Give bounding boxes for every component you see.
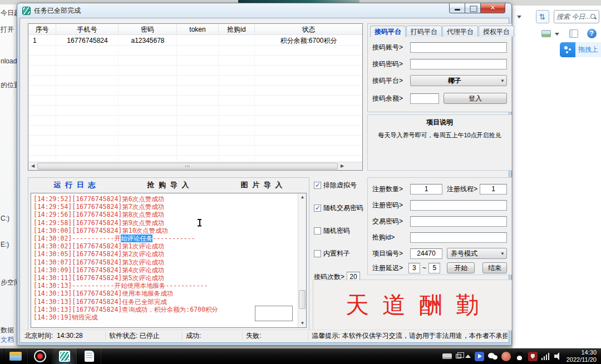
taskbar-recorder-button[interactable] [28, 348, 52, 364]
layout-panel-icon[interactable] [569, 29, 578, 38]
register-form: 注册数量> 1 注册线程> 1 注册密码> 交易密码> 抢购id> [367, 177, 512, 275]
tab-run-log[interactable]: 运 行 日 志 [28, 180, 122, 190]
col-status[interactable]: 状态 [255, 24, 362, 34]
chevron-down-icon: ▼ [499, 251, 506, 256]
chevron-down-icon[interactable] [555, 33, 559, 36]
wechat-icon[interactable] [488, 352, 497, 361]
mode-select[interactable]: 养号模式 ▼ [447, 248, 507, 259]
table-row[interactable]: 1 16776745824 a12345678 积分余额:6700积分 [28, 36, 362, 46]
taskbar-clock[interactable]: 14:30 2022/11/20 [566, 349, 597, 363]
tab-captcha-platform[interactable]: 打码平台 [406, 26, 442, 37]
project-no-input[interactable]: 24470 [410, 248, 442, 259]
checkbox[interactable] [314, 227, 321, 235]
scroll-left-icon[interactable]: ◀ [28, 162, 37, 170]
tab-image-import[interactable]: 图 片 导 入 [215, 180, 309, 190]
checkbox-row[interactable]: 随机密码 [314, 226, 366, 236]
minimize-button[interactable] [449, 3, 465, 13]
titlebar[interactable]: 任务已全部完成 [17, 3, 511, 18]
col-phone[interactable]: 手机号 [56, 24, 119, 34]
code-password-input[interactable] [410, 59, 507, 69]
delay-to-input[interactable]: 5 [428, 263, 440, 273]
app-icon [59, 351, 70, 362]
video-app-icon[interactable] [475, 352, 484, 361]
bg-open-button[interactable]: 打开 [1, 25, 14, 34]
col-password[interactable]: 密码 [119, 24, 177, 34]
scroll-up-icon[interactable]: ▲ [298, 193, 307, 201]
start-button[interactable]: 开始 [447, 262, 475, 273]
signal-icon[interactable] [541, 353, 550, 360]
bg-drive-c-label[interactable]: C:) [1, 215, 9, 222]
taskbar: 14:30 2022/11/20 [0, 348, 601, 364]
chevron-down-icon[interactable] [517, 16, 521, 18]
log-line: [14:30:02][16776745824]第1次评论成功 [33, 242, 305, 250]
thread-label: 注册线程> [447, 185, 477, 194]
close-button[interactable] [480, 3, 505, 13]
checkbox[interactable] [314, 250, 321, 257]
keyboard-icon[interactable] [442, 353, 452, 359]
tab-code-platform[interactable]: 接码平台 [370, 26, 406, 37]
trade-password-input[interactable] [410, 216, 507, 227]
col-purchase-id[interactable]: 抢购id [219, 24, 255, 34]
checkbox-row[interactable]: 随机交易密码 [314, 203, 366, 213]
bg-label: 今日起 [1, 8, 17, 18]
code-platform-select[interactable]: 椰子 ▼ [410, 75, 507, 86]
scroll-right-icon[interactable]: ▶ [338, 162, 347, 170]
code-balance-input[interactable] [410, 93, 439, 104]
col-token[interactable]: token [177, 24, 219, 34]
notepad-icon [85, 351, 94, 362]
table-hscrollbar[interactable]: ◀ ▶ [28, 162, 362, 170]
taskbar-explorer-button[interactable] [3, 348, 28, 364]
col-index[interactable]: 序号 [28, 24, 56, 34]
thread-input[interactable]: 1 [480, 184, 507, 195]
bg-label: 步空间 [1, 278, 17, 287]
desktop: 今日起 打开 nloads 的位置 C:) E:) 步空间 数据 文档 ⇄ 搜索… [0, 0, 601, 364]
code-password-label: 接码密码> [372, 59, 410, 69]
tab-auth-platform[interactable]: 授权平台 [479, 26, 514, 37]
quantity-input[interactable]: 1 [410, 184, 442, 195]
cell-password: a12345678 [119, 36, 177, 46]
help-icon[interactable]: ? [587, 29, 597, 38]
bg-label: 文档 [1, 335, 14, 345]
volume-icon[interactable] [554, 352, 563, 360]
status-bar: 北京时间: 14:30:28 软件状态: 已停止 成功: 失败: 温馨提示: 本… [21, 330, 508, 341]
search-input[interactable]: 搜索 今日... [554, 10, 599, 23]
netdisk-upload-button[interactable]: 拖拽上 [560, 42, 601, 57]
log-line: [14:30:09][16776745824]第4次评论成功 [33, 266, 305, 274]
checkbox-row[interactable]: 排除虚拟号 [314, 181, 366, 190]
delay-from-input[interactable]: 3 [408, 263, 420, 273]
cell-purchase-id [219, 36, 255, 46]
system-tray: 14:30 2022/11/20 [439, 348, 601, 364]
hscroll-thumb[interactable] [37, 163, 338, 169]
taskbar-app-button[interactable] [52, 348, 77, 364]
purchase-id-input[interactable] [410, 232, 507, 243]
bg-drive-e-label[interactable]: E:) [1, 241, 9, 248]
project-info-box: 项目说明 每天导入养号即可，每周五上午10点开启抢兑 [367, 114, 512, 171]
image-icon[interactable] [541, 30, 551, 37]
scroll-down-icon[interactable]: ▼ [298, 320, 307, 327]
bg-downloads-label[interactable]: nloads [1, 57, 17, 65]
language-bar-icon[interactable] [456, 354, 461, 358]
register-password-input[interactable] [410, 200, 507, 211]
vscroll-thumb[interactable] [299, 290, 306, 309]
log-vscrollbar[interactable]: ▲ ▼ [298, 193, 306, 327]
checkbox[interactable] [314, 182, 321, 189]
show-hidden-icons[interactable] [465, 355, 471, 358]
tab-purchase-import[interactable]: 抢 购 导 入 [122, 180, 215, 190]
taskbar-notepad-button[interactable] [77, 348, 101, 364]
log-line: [14:30:13][16776745824]任务已全部完成 [33, 298, 305, 306]
accounts-table: 序号 手机号 密码 token 抢购id 状态 1 16776745824 a1… [28, 23, 363, 171]
qq-icon[interactable] [515, 352, 524, 361]
stop-button[interactable]: 结束 [482, 262, 507, 273]
tab-proxy-platform[interactable]: 代理平台 [442, 26, 478, 37]
sync-app-icon[interactable] [501, 352, 511, 361]
security-app-icon[interactable] [528, 352, 538, 361]
code-account-input[interactable] [410, 42, 507, 53]
login-button[interactable]: 登入 [444, 93, 507, 104]
checkbox-row[interactable]: 内置料子 [314, 249, 366, 258]
maximize-button[interactable] [465, 3, 480, 13]
log-tab-row: 运 行 日 志 抢 购 导 入 图 片 导 入 [28, 178, 309, 192]
search-icon[interactable] [590, 13, 597, 20]
checkbox[interactable] [314, 205, 321, 212]
refresh-button[interactable]: ⇄ [536, 10, 549, 23]
log-inline-input[interactable] [255, 306, 293, 321]
